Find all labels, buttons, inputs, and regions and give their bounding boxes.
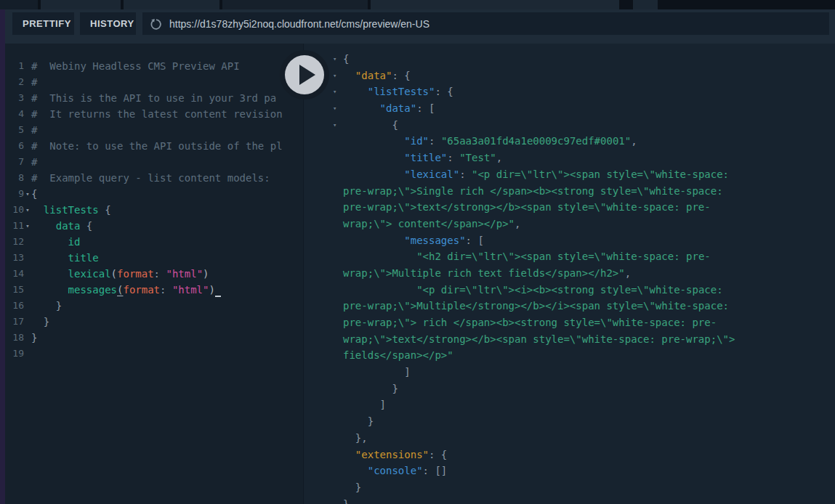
code-line: 18} [5,330,303,346]
code-token [343,119,392,131]
result-viewer[interactable]: ▾{▾ "data": {▾ "listTests": {▾ "data": [… [303,44,835,504]
code-token: } [44,316,49,328]
code-line: 19 [5,346,303,362]
code-token: format [117,268,154,280]
result-line: "title": "Test", [304,150,835,166]
code-token: # [31,156,37,168]
result-code: "<p dir=\"ltr\"><i><b><strong style=\"wh… [304,282,723,298]
code-token [343,152,404,163]
code-token: : [429,135,441,147]
code-token: "<p dir=\"ltr\"><i><b><strong style=\"wh… [416,284,722,296]
code-token: "lexical" [404,168,459,180]
result-line: pre-wrap;\">text</strong></b><span style… [304,199,835,216]
code-token [31,236,68,248]
code-token [343,102,380,114]
result-line: "id": "65aa3a01fd4a1e0009c97edf#0001", [304,133,835,150]
code-token [31,284,68,296]
line-number: 19 [5,346,24,362]
code-token: : { [392,70,410,81]
result-code: }, [304,430,368,447]
code-token: "Test" [459,152,496,163]
code-line: 17 } [5,314,303,330]
browser-tab[interactable] [222,0,368,9]
code-token [31,252,68,264]
fold-arrow-icon[interactable]: ▾ [333,117,336,134]
code-token [343,465,368,476]
result-line: wrap;\">text</strong></b><span style=\"w… [304,331,835,348]
result-line: "extensions": { [304,447,835,463]
code-token: , [631,135,637,147]
browser-tab[interactable] [0,0,38,9]
code-line: 2# [5,74,303,90]
code-token: "65aa3a01fd4a1e0009c97edf#0001" [441,135,631,147]
code-token: # Note: to use the API outside of the pl [31,140,283,152]
result-code: "title": "Test", [304,150,502,166]
code-token [166,284,172,296]
code-token [343,432,355,444]
code-line: 6# Note: to use the API outside of the p… [5,138,303,154]
code-token: "data" [380,102,417,114]
line-number: 16 [5,298,24,314]
code-token: "html" [166,268,203,280]
code-token [31,316,44,328]
code-token: { [99,204,111,216]
fold-arrow-icon[interactable]: ▾ [333,84,336,100]
line-number: 17 [5,314,24,330]
code-token [343,168,404,180]
endpoint-url-bar[interactable]: https://d1s78zhy5i2noq.cloudfront.net/cm… [142,12,829,35]
code-token [31,300,56,312]
line-number: 5 [5,122,24,138]
code-token [343,399,380,410]
code-line: 1# Webiny Headless CMS Preview API [5,58,303,74]
browser-tab[interactable] [371,0,619,9]
browser-tab[interactable] [124,0,219,9]
code-token: # Webiny Headless CMS Preview API [31,60,240,72]
prettify-button[interactable]: PRETTIFY [12,12,74,35]
result-code: wrap;\"> content</span></p>", [304,216,520,232]
code-token: wrap;\">text</strong></b><span style=\"w… [343,333,735,345]
code-token: "listTests" [368,86,435,97]
fold-arrow-icon[interactable]: ▾ [333,68,336,84]
line-number: 10 [5,202,24,218]
code-token: , [496,152,502,163]
code-token [343,251,416,262]
result-line: ▾ "data": [ [304,100,835,117]
code-line: 3# This is the API to use in your 3rd pa [5,90,303,106]
code-token: : [447,152,459,163]
code-token: ( [111,268,117,280]
browser-tab[interactable] [41,0,121,9]
code-token: wrap;\">Multiple rich text fields</span>… [343,267,625,279]
code-token: pre-wrap;\">Single rich </span><b><stron… [343,185,723,197]
code-token [343,383,392,394]
graphiql-playground: PRETTIFY HISTORY https://d1s78zhy5i2noq.… [0,0,835,504]
code-token: data [56,220,81,232]
code-token [343,86,368,97]
code-token: : [459,168,472,180]
result-line: wrap;\">Multiple rich text fields</span>… [304,265,835,282]
result-line: ▾ { [304,117,835,134]
result-code: "id": "65aa3a01fd4a1e0009c97edf#0001", [304,133,637,150]
query-editor[interactable]: 1# Webiny Headless CMS Preview API2#3# T… [5,44,303,504]
fold-arrow-icon[interactable]: ▾ [24,186,31,202]
code-token: { [392,119,398,131]
fold-arrow-icon[interactable]: ▾ [333,100,336,117]
browser-tab[interactable] [633,0,658,9]
result-code: } [304,413,374,430]
line-number: 7 [5,154,24,170]
result-code: wrap;\">text</strong></b><span style=\"w… [304,331,735,348]
result-line: ] [304,397,835,413]
fold-arrow-icon[interactable]: ▾ [24,202,31,218]
history-button[interactable]: HISTORY [80,12,136,35]
fold-arrow-icon[interactable]: ▾ [333,51,336,68]
result-line: "console": [] [304,463,835,479]
code-token: ) [203,268,209,280]
execute-button[interactable] [280,50,329,99]
fold-arrow-icon[interactable]: ▾ [24,218,31,234]
code-token [31,220,56,232]
code-line: 4# It returns the latest content revisio… [5,106,303,122]
result-code: } [304,381,398,397]
result-line: "<p dir=\"ltr\"><i><b><strong style=\"wh… [304,282,835,298]
code-token: } [343,498,349,504]
line-number: 4 [5,106,24,122]
code-token: pre-wrap;\">Multiple</strong></b></i><sp… [343,300,729,312]
